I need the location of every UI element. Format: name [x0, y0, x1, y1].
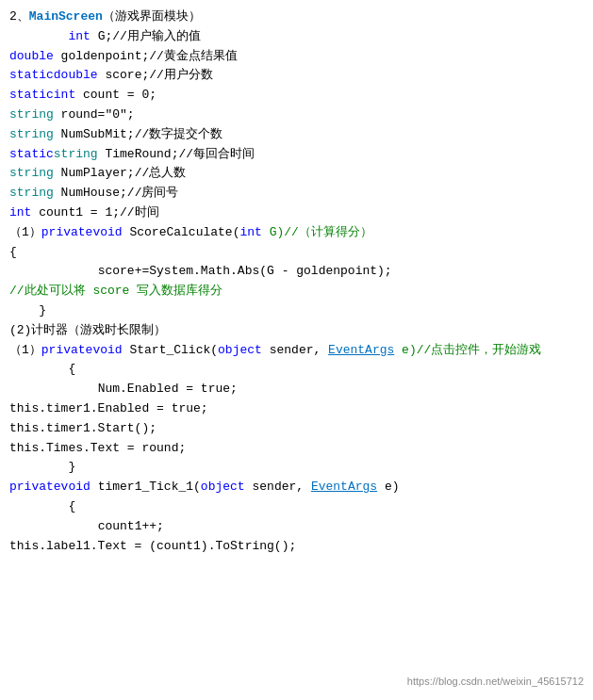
code-token: private — [41, 225, 93, 239]
code-token: EventArgs — [311, 480, 377, 494]
code-line: (2)计时器（游戏时长限制） — [9, 321, 584, 341]
code-token: score;//用户分数 — [98, 68, 213, 82]
watermark: https://blog.csdn.net/weixin_45615712 — [407, 674, 584, 691]
code-token: （游戏界面模块） — [103, 9, 201, 24]
code-token: count1 = 1;//时间 — [31, 205, 158, 220]
code-token: ScoreCalculate( — [123, 225, 240, 239]
code-token: this.label1.Text = (count1).ToString(); — [9, 539, 296, 553]
code-line: staticint count = 0; — [9, 86, 584, 106]
code-line: } — [9, 301, 584, 321]
code-token: this.timer1.Enabled = true; — [9, 401, 208, 415]
code-line: （1）privatevoid ScoreCalculate(int G)//（计… — [9, 223, 584, 243]
code-token: void — [92, 343, 122, 357]
code-token: } — [9, 460, 75, 474]
code-token: object — [218, 343, 262, 357]
code-token: score+=System.Math.Abs(G - goldenpoint); — [98, 264, 392, 278]
code-token: G;//用户输入的值 — [91, 29, 201, 43]
code-token: NumHouse;//房间号 — [54, 186, 179, 200]
code-token: G)//（计算得分） — [262, 225, 372, 239]
code-line: } — [9, 458, 584, 478]
code-line: score+=System.Math.Abs(G - goldenpoint); — [9, 262, 584, 282]
code-line: { — [9, 243, 584, 263]
code-token: private — [9, 480, 61, 494]
code-token: count = 0; — [75, 88, 156, 102]
code-token: timer1_Tick_1( — [91, 480, 201, 494]
code-line: string NumPlayer;//总人数 — [9, 164, 584, 184]
code-line: string NumSubMit;//数字提交个数 — [9, 125, 584, 145]
code-token: int — [68, 29, 90, 43]
code-token: void — [61, 480, 91, 494]
code-token: int — [54, 88, 75, 102]
code-token: static — [9, 68, 54, 82]
code-token: this.Times.Text = round; — [9, 441, 186, 455]
code-content: 2、MainScreen（游戏界面模块） int G;//用户输入的值doubl… — [9, 8, 584, 556]
code-token: object — [201, 480, 245, 494]
code-token: { — [9, 499, 75, 513]
code-line: Num.Enabled = true; — [9, 380, 584, 399]
code-token: Num.Enabled = true; — [9, 382, 238, 396]
code-token: Start_Click( — [123, 343, 218, 357]
code-token: string — [9, 186, 54, 200]
code-token: sender, — [262, 343, 328, 357]
code-token: count1++; — [9, 519, 164, 533]
code-token: round="0"; — [54, 107, 135, 122]
code-line: string NumHouse;//房间号 — [9, 184, 584, 203]
code-token: int — [239, 225, 261, 239]
code-token: string — [9, 107, 54, 122]
code-line: this.Times.Text = round; — [9, 439, 584, 459]
code-line: （1）privatevoid Start_Click(object sender… — [9, 341, 584, 361]
code-token: static — [9, 147, 54, 161]
code-line: //此处可以将 score 写入数据库得分 — [9, 282, 584, 301]
code-token: NumSubMit;//数字提交个数 — [54, 127, 222, 141]
code-token: （1） — [9, 343, 41, 357]
code-line: 2、MainScreen（游戏界面模块） — [9, 8, 584, 27]
code-token: void — [92, 225, 122, 239]
code-line: this.label1.Text = (count1).ToString(); — [9, 537, 584, 557]
code-line: count1++; — [9, 517, 584, 537]
code-token: e)//点击控件，开始游戏 — [394, 343, 541, 357]
code-token: MainScreen — [29, 9, 103, 24]
code-token: //此处可以将 score 写入数据库得分 — [9, 284, 222, 298]
code-token — [9, 29, 68, 43]
code-token: { — [9, 245, 17, 259]
code-token: string — [9, 127, 54, 141]
code-token: string — [54, 147, 98, 161]
code-token: (2)计时器（游戏时长限制） — [9, 323, 166, 337]
code-token — [9, 264, 98, 278]
code-line: { — [9, 497, 584, 517]
code-token: double — [9, 49, 54, 63]
code-token: static — [9, 88, 54, 102]
code-line: staticdouble score;//用户分数 — [9, 66, 584, 86]
code-line: this.timer1.Enabled = true; — [9, 399, 584, 419]
code-token: e) — [377, 480, 399, 494]
code-token: int — [9, 205, 31, 220]
code-token: NumPlayer;//总人数 — [54, 166, 186, 180]
code-token: 2、 — [9, 9, 29, 24]
code-token: sender, — [245, 480, 311, 494]
code-line: int count1 = 1;//时间 — [9, 203, 584, 223]
code-token: this.timer1.Start(); — [9, 421, 156, 435]
code-token: { — [9, 362, 75, 376]
code-token: private — [41, 343, 93, 357]
code-line: staticstring TimeRound;//每回合时间 — [9, 145, 584, 165]
code-line: double goldenpoint;//黄金点结果值 — [9, 47, 584, 67]
code-token: } — [9, 303, 46, 317]
code-token: （1） — [9, 225, 41, 239]
code-token: string — [9, 166, 54, 180]
code-token: TimeRound;//每回合时间 — [98, 147, 255, 161]
code-line: privatevoid timer1_Tick_1(object sender,… — [9, 478, 584, 497]
code-token: EventArgs — [328, 343, 394, 357]
code-line: string round="0"; — [9, 106, 584, 125]
code-line: int G;//用户输入的值 — [9, 27, 584, 47]
code-line: { — [9, 360, 584, 380]
code-token: goldenpoint;//黄金点结果值 — [54, 49, 238, 63]
code-token: double — [54, 68, 98, 82]
code-line: this.timer1.Start(); — [9, 419, 584, 439]
